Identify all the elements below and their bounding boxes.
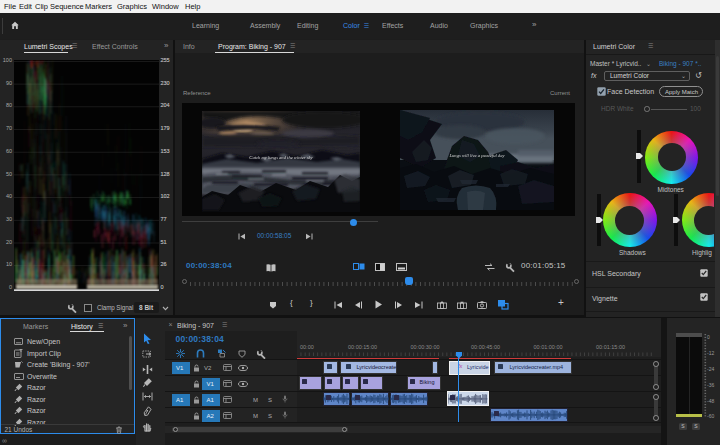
- svg-text:Lungs will live a peaceful day: Lungs will live a peaceful day: [449, 153, 506, 158]
- svg-text:Catch my lungs and the winter: Catch my lungs and the winter sky: [249, 155, 313, 160]
